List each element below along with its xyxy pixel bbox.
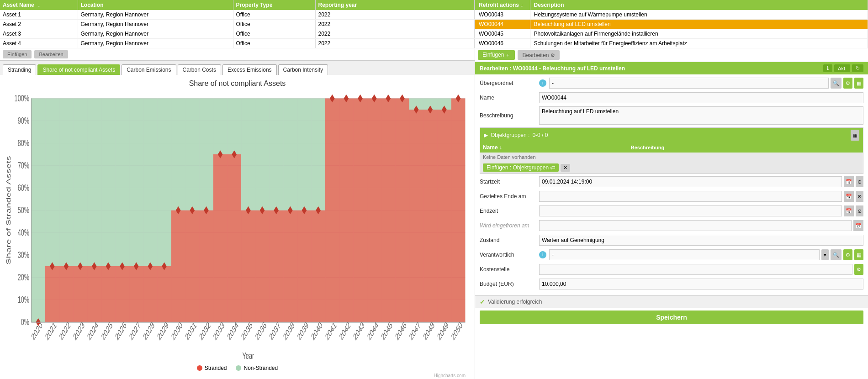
- asset-property-type-cell: Office: [233, 29, 315, 39]
- objektgruppen-section: ▶ Objektgruppen : 0-0 / 0 ▦ Name ↓: [480, 127, 863, 174]
- retrofit-bearbeiten-btn[interactable]: Bearbeiten ⚙: [518, 50, 559, 60]
- retrofit-id-cell: WO00044: [475, 20, 530, 29]
- svg-text:90%: 90%: [18, 115, 29, 126]
- retrofit-table-row[interactable]: WO00044 Beleuchtung auf LED umstellen: [475, 20, 868, 29]
- wird-eingefroren-input[interactable]: [539, 220, 852, 231]
- col-location: Location: [78, 0, 233, 10]
- objekt-remove-btn[interactable]: ✕: [561, 164, 570, 172]
- uebergeordnet-input[interactable]: [549, 78, 829, 89]
- uebergeordnet-add-btn[interactable]: ⚙: [843, 78, 852, 89]
- svg-text:70%: 70%: [18, 160, 29, 171]
- retrofit-table-row[interactable]: WO00045 Photovoltaikanlagen auf Firmenge…: [475, 29, 868, 39]
- gezieltes-ende-clock-btn[interactable]: ⊙: [856, 191, 863, 202]
- beschreibung-label: Beschreibung: [480, 112, 539, 119]
- save-btn[interactable]: Speichern: [480, 311, 863, 324]
- asset-einfuegen-btn[interactable]: Einfügen: [3, 50, 32, 58]
- form-row-beschreibung: Beschreibung Beleuchtung auf LED umstell…: [480, 106, 863, 125]
- asset-table-row[interactable]: Asset 3 Germany, Region Hannover Office …: [0, 29, 475, 39]
- startzeit-input[interactable]: [539, 176, 842, 187]
- asset-table: Asset Name ↓ Location Property Type Repo…: [0, 0, 475, 48]
- retrofit-desc-cell: Beleuchtung auf LED umstellen: [530, 20, 868, 29]
- svg-text:60%: 60%: [18, 182, 29, 193]
- col-retrofit-desc: Description: [530, 0, 868, 10]
- gezieltes-ende-cal-btn[interactable]: 📅: [844, 191, 854, 202]
- objekt-no-data: Keine Daten vorhanden: [480, 153, 863, 162]
- retrofit-table-row[interactable]: WO00043 Heizungssysteme auf Wärmepumpe u…: [475, 10, 868, 20]
- name-label: Name: [480, 95, 539, 101]
- retrofit-table-actions: Einfügen ＋ Bearbeiten ⚙: [475, 48, 868, 62]
- edit-info-btn[interactable]: ℹ: [823, 64, 832, 72]
- form-body: Übergeordnet i 🔍 ⚙ ▦ Name: [475, 74, 868, 295]
- col-retrofit-actions: Retrofit actions ↓: [475, 0, 530, 10]
- budget-input[interactable]: [539, 279, 863, 290]
- edit-form-header-actions: ℹ Akt. ↻: [823, 64, 863, 72]
- asset-table-row[interactable]: Asset 4 Germany, Region Hannover Office …: [0, 39, 475, 48]
- tab-share-of-not-compliant-assets[interactable]: Share of not compliant Assets: [37, 64, 120, 75]
- tab-carbon-intensity[interactable]: Carbon Intensity: [278, 64, 328, 75]
- svg-text:2046: 2046: [394, 320, 408, 342]
- uebergeordnet-label: Übergeordnet: [480, 80, 539, 86]
- uebergeordnet-grid-btn[interactable]: ▦: [854, 78, 863, 89]
- legend-non-stranded-dot: [236, 365, 241, 371]
- svg-text:2039: 2039: [296, 320, 310, 342]
- startzeit-label: Startzeit: [480, 179, 539, 185]
- asset-location-cell: Germany, Region Hannover: [78, 10, 233, 20]
- svg-text:2036: 2036: [254, 320, 268, 342]
- zustand-select[interactable]: Warten auf Genehmigung: [539, 235, 863, 246]
- retrofit-sort-icon: ↓: [520, 2, 523, 8]
- asset-name-cell: Asset 3: [0, 29, 78, 39]
- endzeit-input[interactable]: [539, 205, 842, 216]
- uebergeordnet-search-btn[interactable]: 🔍: [831, 78, 842, 89]
- verantwortlich-dropdown-btn[interactable]: ▾: [821, 249, 829, 260]
- budget-label: Budget (EUR): [480, 281, 539, 287]
- validation-ok-icon: ✔: [480, 298, 485, 305]
- legend-stranded-label: Stranded: [205, 365, 227, 371]
- col-reporting-year: Reporting year: [315, 0, 475, 10]
- endzeit-clock-btn[interactable]: ⊙: [856, 205, 863, 216]
- svg-text:Share of Stranded Assets: Share of Stranded Assets: [5, 156, 12, 264]
- chart-wrapper: 0%10%20%30%40%50%60%70%80%90%100%2020202…: [5, 90, 470, 362]
- tab-carbon-costs[interactable]: Carbon Costs: [178, 64, 221, 75]
- tab-carbon-emissions[interactable]: Carbon Emissions: [122, 64, 176, 75]
- beschreibung-input[interactable]: Beleuchtung auf LED umstellen: [539, 106, 863, 125]
- svg-text:2024: 2024: [86, 320, 100, 342]
- asset-table-row[interactable]: Asset 2 Germany, Region Hannover Office …: [0, 20, 475, 29]
- verantwortlich-search-btn[interactable]: 🔍: [831, 249, 842, 260]
- tab-stranding[interactable]: Stranding: [3, 64, 36, 75]
- col-property-type: Property Type: [233, 0, 315, 10]
- retrofit-einfuegen-btn[interactable]: Einfügen ＋: [478, 50, 515, 60]
- wird-eingefroren-cal-btn[interactable]: 📅: [853, 220, 863, 231]
- beschreibung-field: Beleuchtung auf LED umstellen: [539, 106, 863, 125]
- objekt-actions: Einfügen : Objektgruppen 🏷 ✕: [480, 162, 863, 174]
- edit-refresh-btn[interactable]: ↻: [852, 64, 863, 72]
- chart-title: Share of not compliant Assets: [5, 79, 470, 88]
- retrofit-table-row[interactable]: WO00046 Schulungen der Mitarbeiter für E…: [475, 39, 868, 48]
- verantwortlich-input[interactable]: [549, 249, 820, 260]
- edit-akt-btn[interactable]: Akt.: [834, 64, 850, 72]
- kostenstelle-input[interactable]: [539, 264, 852, 275]
- retrofit-id-cell: WO00045: [475, 29, 530, 39]
- asset-name-cell: Asset 1: [0, 10, 78, 20]
- objekt-sort-icon: ↓: [499, 144, 502, 151]
- asset-bearbeiten-btn[interactable]: Bearbeiten: [34, 50, 68, 58]
- endzeit-cal-btn[interactable]: 📅: [844, 205, 854, 216]
- svg-text:2026: 2026: [114, 320, 127, 342]
- tab-excess-emissions[interactable]: Excess Emissions: [222, 64, 277, 75]
- uebergeordnet-field: i 🔍 ⚙ ▦: [539, 78, 863, 89]
- objekt-einfuegen-btn[interactable]: Einfügen : Objektgruppen 🏷: [483, 163, 559, 172]
- startzeit-clock-btn[interactable]: ⊙: [856, 176, 863, 187]
- asset-table-row[interactable]: Asset 1 Germany, Region Hannover Office …: [0, 10, 475, 20]
- startzeit-cal-btn[interactable]: 📅: [844, 176, 854, 187]
- verantwortlich-label: Verantwortlich: [480, 252, 539, 258]
- asset-location-cell: Germany, Region Hannover: [78, 29, 233, 39]
- gezieltes-ende-input[interactable]: [539, 191, 842, 202]
- objekt-expand-btn[interactable]: ▦: [851, 130, 859, 141]
- verantwortlich-grid-btn[interactable]: ▦: [854, 249, 863, 260]
- verantwortlich-add-btn[interactable]: ⚙: [843, 249, 852, 260]
- svg-text:2049: 2049: [436, 320, 450, 342]
- gezieltes-ende-field: 📅 ⊙: [539, 191, 863, 202]
- retrofit-id-cell: WO00046: [475, 39, 530, 48]
- name-input[interactable]: [539, 92, 863, 103]
- kostenstelle-field: ⚙: [539, 264, 863, 275]
- kostenstelle-settings-btn[interactable]: ⚙: [854, 264, 863, 275]
